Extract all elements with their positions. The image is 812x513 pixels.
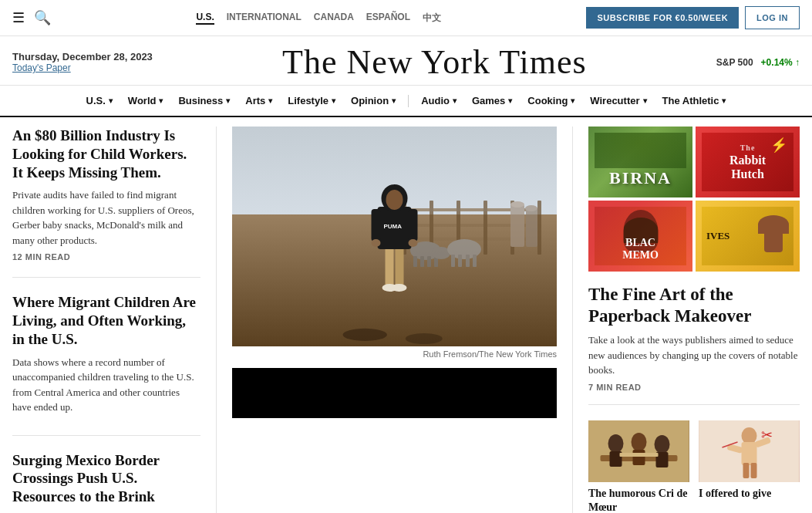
books-grid: BIRNA The RabbitHutch ⚡ [588, 127, 800, 272]
svg-rect-15 [420, 256, 424, 267]
hamburger-icon[interactable]: ☰ [12, 9, 25, 26]
top-bar: ☰ 🔍 U.S. INTERNATIONAL CANADA ESPAÑOL 中文… [0, 0, 812, 36]
nav-item-wirecutter[interactable]: Wirecutter▾ [584, 92, 652, 110]
svg-rect-16 [427, 256, 431, 267]
svg-point-50 [742, 427, 757, 444]
login-button[interactable]: LOG IN [745, 6, 800, 29]
svg-rect-57 [751, 463, 757, 478]
svg-point-27 [525, 205, 537, 211]
svg-point-44 [632, 433, 647, 451]
svg-rect-56 [743, 463, 750, 478]
svg-point-36 [408, 239, 417, 247]
svg-rect-10 [483, 201, 487, 255]
region-canada[interactable]: CANADA [314, 12, 354, 25]
article-migrant-children-headline[interactable]: Where Migrant Children Are Living, and O… [12, 293, 200, 348]
stock-value: +0.14% ↑ [761, 57, 800, 68]
main-nav: U.S.▾ World▾ Business▾ Arts▾ Lifestyle▾ … [0, 86, 812, 117]
chevron-down-icon: ▾ [392, 96, 396, 105]
svg-text:✂: ✂ [761, 427, 773, 443]
humorous-image-placeholder [588, 420, 689, 482]
offered-image: ✂ [699, 420, 800, 482]
chevron-down-icon: ▾ [571, 96, 574, 105]
nav-item-games[interactable]: Games▾ [466, 92, 518, 110]
chevron-down-icon: ▾ [268, 96, 272, 105]
nav-item-us[interactable]: U.S.▾ [80, 92, 119, 110]
book-cover-blac-memoir[interactable]: BLACMEMO [588, 201, 692, 272]
svg-point-42 [608, 434, 624, 453]
svg-point-2 [343, 329, 387, 341]
nav-item-cooking[interactable]: Cooking▾ [521, 92, 581, 110]
svg-rect-23 [473, 255, 477, 267]
nyt-masthead-title: The New York Times [282, 42, 587, 82]
todays-paper-link[interactable]: Today's Paper [12, 62, 153, 73]
article-child-labor-headline[interactable]: An $80 Billion Industry Is Looking for C… [12, 127, 200, 181]
masthead: Thursday, December 28, 2023 Today's Pape… [0, 36, 812, 86]
svg-point-46 [655, 435, 670, 454]
chevron-down-icon: ▾ [643, 96, 647, 105]
svg-point-3 [406, 333, 443, 344]
region-international[interactable]: INTERNATIONAL [227, 12, 302, 25]
right-column: BIRNA The RabbitHutch ⚡ [572, 127, 800, 513]
image-caption: Ruth Fremson/The New York Times [232, 349, 557, 359]
humorous-image [588, 420, 689, 482]
article-border-headline[interactable]: Surging Mexico Border Crossings Push U.S… [12, 451, 200, 506]
svg-rect-25 [526, 208, 537, 247]
svg-rect-28 [385, 245, 393, 288]
article-offered: ✂ I offered to give [699, 420, 800, 513]
nav-divider [408, 95, 409, 107]
svg-point-38 [386, 190, 403, 210]
chevron-down-icon: ▾ [332, 96, 335, 105]
svg-point-35 [371, 239, 380, 247]
nav-item-business[interactable]: Business▾ [172, 92, 236, 110]
svg-text:PUMA: PUMA [383, 223, 402, 230]
svg-rect-29 [395, 245, 403, 288]
article-child-labor: An $80 Billion Industry Is Looking for C… [12, 127, 200, 278]
nav-item-world[interactable]: World▾ [122, 92, 170, 110]
chevron-down-icon: ▾ [453, 96, 457, 105]
subscribe-button[interactable]: SUBSCRIBE FOR €0.50/WEEK [586, 7, 739, 29]
book-cover-fourth[interactable]: IVES [696, 201, 800, 272]
svg-rect-51 [742, 442, 757, 465]
region-us[interactable]: U.S. [196, 12, 214, 25]
chevron-down-icon: ▾ [722, 96, 726, 105]
top-bar-right: SUBSCRIBE FOR €0.50/WEEK LOG IN [586, 6, 800, 29]
book-cover-birna[interactable]: BIRNA [588, 127, 692, 197]
chevron-down-icon: ▾ [159, 96, 163, 105]
nav-item-audio[interactable]: Audio▾ [415, 92, 463, 110]
article-migrant-children: Where Migrant Children Are Living, and O… [12, 293, 200, 435]
masthead-right: S&P 500 +0.14% ↑ [716, 57, 800, 68]
article-humorous: The humorous Сri de Мœur [588, 420, 689, 513]
article-migrant-children-summary: Data shows where a record number of unac… [12, 355, 200, 415]
content-area: An $80 Billion Industry Is Looking for C… [0, 117, 812, 513]
svg-rect-34 [408, 209, 417, 241]
book-cover-rabbit-hutch[interactable]: The RabbitHutch ⚡ [696, 127, 800, 197]
search-icon[interactable]: 🔍 [34, 9, 51, 26]
center-column: PUMA Ruth Fremson/The New York Times [217, 127, 572, 513]
offered-headline[interactable]: I offered to give [699, 487, 800, 501]
svg-point-26 [510, 201, 524, 208]
svg-rect-45 [633, 450, 645, 465]
main-article-image: PUMA [232, 127, 557, 346]
region-chinese[interactable]: 中文 [423, 12, 441, 25]
nav-item-opinion[interactable]: Opinion▾ [345, 92, 402, 110]
right-divider: The humorous Сri de Мœur [588, 404, 800, 513]
chevron-down-icon: ▾ [226, 96, 230, 105]
humorous-headline[interactable]: The humorous Сri de Мœur [588, 487, 689, 513]
svg-point-31 [391, 284, 406, 292]
svg-rect-20 [451, 255, 455, 267]
books-article-summary: Take a look at the ways publishers aimed… [588, 332, 800, 378]
chevron-down-icon: ▾ [109, 96, 113, 105]
nav-item-lifestyle[interactable]: Lifestyle▾ [281, 92, 342, 110]
books-article-meta: 7 MIN READ [588, 383, 800, 392]
nav-item-athletic[interactable]: The Athletic▾ [656, 92, 733, 110]
nav-item-arts[interactable]: Arts▾ [239, 92, 278, 110]
offered-image-placeholder: ✂ [699, 420, 800, 482]
region-espanol[interactable]: ESPAÑOL [366, 12, 410, 25]
masthead-center: The New York Times [282, 42, 587, 82]
svg-rect-33 [371, 209, 380, 241]
article-child-labor-meta: 12 MIN READ [12, 252, 200, 262]
books-article-headline[interactable]: The Fine Art of the Paperback Makeover [588, 284, 800, 326]
main-image-container: PUMA Ruth Fremson/The New York Times [232, 127, 557, 418]
svg-rect-12 [537, 201, 541, 255]
black-box-image [232, 368, 557, 418]
